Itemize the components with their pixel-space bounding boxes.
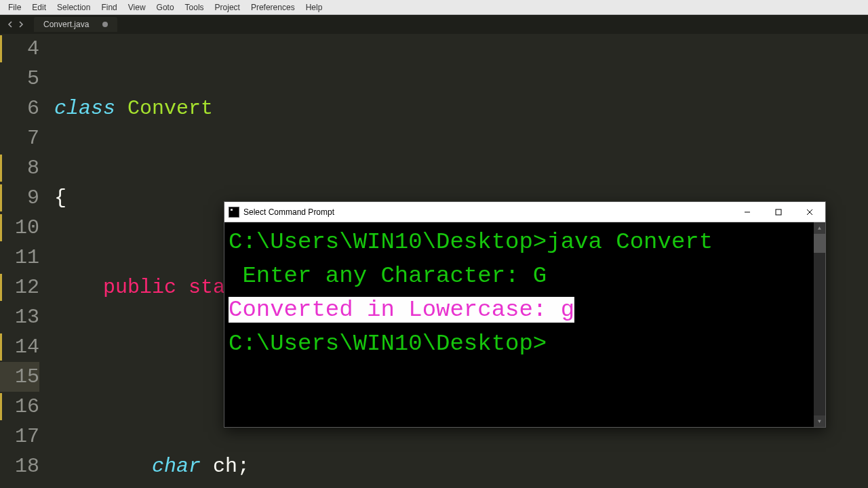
menu-selection[interactable]: Selection — [52, 1, 96, 14]
menu-preferences[interactable]: Preferences — [245, 1, 300, 14]
menu-help[interactable]: Help — [300, 1, 328, 14]
line-number-gutter: 45678910111213141516171819 — [0, 34, 50, 488]
line-number: 7 — [0, 123, 39, 153]
command-prompt-window[interactable]: Select Command Prompt C:\Users\WIN10\Des… — [224, 201, 826, 428]
tab-nav-prev-icon[interactable] — [5, 20, 15, 29]
line-number: 12 — [0, 272, 39, 302]
svg-rect-1 — [776, 209, 781, 215]
cmd-titlebar[interactable]: Select Command Prompt — [224, 202, 825, 222]
cmd-output-line: Converted in Lowercase: g — [229, 293, 821, 327]
line-number: 16 — [0, 392, 39, 422]
line-number: 17 — [0, 422, 39, 451]
line-number: 8 — [0, 153, 39, 183]
cmd-selected-text: Converted in Lowercase: g — [229, 297, 574, 323]
dirty-indicator-icon — [102, 22, 108, 27]
cmd-output-line: Enter any Character: G — [229, 259, 821, 293]
line-number: 6 — [0, 94, 39, 123]
code-line: char ch; — [54, 451, 868, 481]
line-number: 15 — [0, 362, 39, 392]
menu-file[interactable]: File — [3, 1, 26, 14]
cmd-output-line: C:\Users\WIN10\Desktop>java Convert — [229, 225, 821, 259]
line-number: 10 — [0, 213, 39, 243]
scroll-up-icon[interactable]: ▲ — [814, 222, 825, 234]
line-number: 14 — [0, 332, 39, 362]
line-number: 19 — [0, 481, 39, 488]
code-line: class Convert — [54, 94, 868, 123]
line-number: 4 — [0, 34, 39, 64]
menu-bar: File Edit Selection Find View Goto Tools… — [0, 0, 868, 15]
line-number: 18 — [0, 451, 39, 481]
menu-view[interactable]: View — [123, 1, 151, 14]
menu-tools[interactable]: Tools — [180, 1, 210, 14]
cmd-output-line: C:\Users\WIN10\Desktop> — [229, 327, 821, 361]
maximize-button[interactable] — [763, 202, 794, 222]
cmd-title-label: Select Command Prompt — [243, 207, 732, 217]
cmd-app-icon — [229, 207, 239, 218]
file-tab[interactable]: Convert.java — [34, 17, 117, 32]
scroll-down-icon[interactable]: ▼ — [814, 415, 825, 427]
menu-goto[interactable]: Goto — [151, 1, 180, 14]
tab-nav — [5, 20, 26, 29]
line-number: 5 — [0, 64, 39, 94]
line-number: 9 — [0, 183, 39, 213]
scroll-thumb[interactable] — [814, 234, 825, 253]
minimize-button[interactable] — [732, 202, 763, 222]
tab-bar: Convert.java — [0, 15, 868, 34]
menu-edit[interactable]: Edit — [26, 1, 52, 14]
menu-find[interactable]: Find — [96, 1, 122, 14]
cmd-window-controls — [732, 202, 825, 222]
line-number: 13 — [0, 302, 39, 332]
menu-project[interactable]: Project — [210, 1, 245, 14]
cmd-scrollbar[interactable]: ▲ ▼ — [814, 222, 825, 427]
cmd-output[interactable]: C:\Users\WIN10\Desktop>java Convert Ente… — [224, 222, 825, 427]
line-number: 11 — [0, 243, 39, 272]
tab-nav-next-icon[interactable] — [16, 20, 26, 29]
file-tab-label: Convert.java — [43, 20, 89, 29]
